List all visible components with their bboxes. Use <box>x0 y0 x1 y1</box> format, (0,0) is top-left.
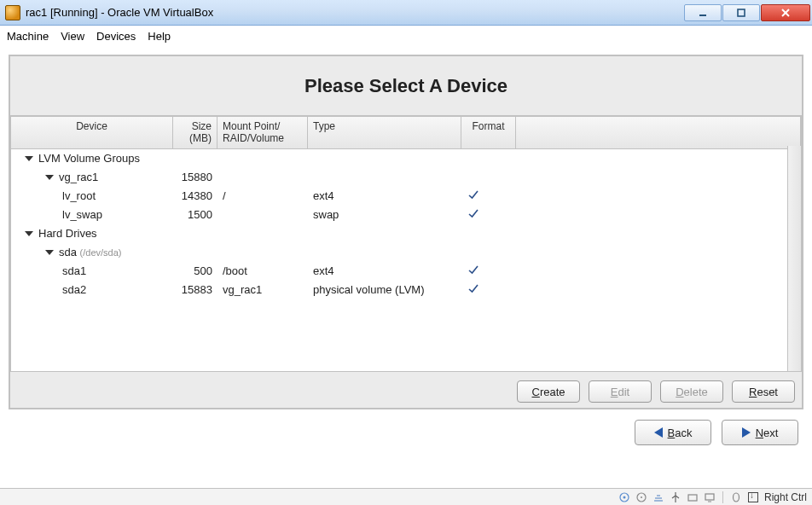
cell-type: ext4 <box>308 189 461 202</box>
device-table: Device Size (MB) Mount Point/ RAID/Volum… <box>10 116 802 403</box>
vertical-scrollbar[interactable] <box>787 146 801 371</box>
hostkey-label: Right Ctrl <box>764 491 807 503</box>
cell-type: ext4 <box>308 264 461 277</box>
col-header-mount[interactable]: Mount Point/ RAID/Volume <box>218 117 308 148</box>
app-icon <box>5 5 20 20</box>
group-row-harddrives[interactable]: Hard Drives <box>11 224 801 243</box>
reset-label: Reset <box>749 386 778 398</box>
maximize-button[interactable] <box>722 4 760 21</box>
device-table-scroll[interactable]: Device Size (MB) Mount Point/ RAID/Volum… <box>10 116 802 372</box>
col-header-type[interactable]: Type <box>308 117 461 148</box>
cell-size: 15883 <box>173 283 218 296</box>
lv-name: lv_swap <box>62 208 102 221</box>
usb-icon[interactable] <box>670 491 682 503</box>
svg-rect-9 <box>705 494 714 500</box>
edit-button[interactable]: Edit <box>589 380 652 403</box>
svg-point-5 <box>623 496 625 498</box>
window-titlebar: rac1 [Running] - Oracle VM VirtualBox <box>0 0 812 26</box>
menu-help[interactable]: Help <box>148 30 171 43</box>
lv-swap-row[interactable]: lv_swap 1500 swap <box>11 206 801 224</box>
wizard-nav: Back Next <box>9 409 803 449</box>
panel-header: Please Select A Device <box>10 56 802 116</box>
lv-root-row[interactable]: lv_root 14380 / ext4 <box>11 187 801 206</box>
chevron-down-icon <box>25 156 33 161</box>
group-label: LVM Volume Groups <box>38 152 140 165</box>
vg-row[interactable]: vg_rac1 15880 <box>11 168 801 187</box>
statusbar-separator <box>722 491 723 503</box>
next-label: Next <box>756 427 779 439</box>
mouse-integration-icon[interactable] <box>730 491 742 503</box>
hostkey-icon <box>747 491 759 503</box>
menubar: Machine View Devices Help <box>0 26 812 46</box>
menu-devices[interactable]: Devices <box>96 30 136 43</box>
table-rows: LVM Volume Groups vg_rac1 15880 lv_root … <box>11 149 801 299</box>
format-check-icon <box>461 188 516 204</box>
group-row-lvm[interactable]: LVM Volume Groups <box>11 149 801 168</box>
vg-size: 15880 <box>173 171 218 183</box>
display-icon[interactable] <box>704 491 716 503</box>
part-name: sda1 <box>62 264 86 277</box>
chevron-down-icon <box>25 231 33 236</box>
table-header: Device Size (MB) Mount Point/ RAID/Volum… <box>11 117 801 149</box>
cell-mount: vg_rac1 <box>218 283 308 296</box>
part-name: sda2 <box>62 283 86 296</box>
chevron-down-icon <box>45 250 54 255</box>
statusbar: Right Ctrl <box>0 488 812 505</box>
arrow-right-icon <box>742 427 751 438</box>
cell-size: 1500 <box>173 208 218 221</box>
client-area: Please Select A Device Device Size (MB) … <box>0 46 812 488</box>
cell-mount: / <box>218 189 308 202</box>
back-button[interactable]: Back <box>635 420 711 445</box>
format-check-icon <box>461 282 516 298</box>
next-button[interactable]: Next <box>722 420 798 445</box>
vg-name: vg_rac1 <box>59 171 98 183</box>
panel-title: Please Select A Device <box>304 75 508 97</box>
chevron-down-icon <box>45 175 54 180</box>
sda2-row[interactable]: sda2 15883 vg_rac1 physical volume (LVM) <box>11 281 801 299</box>
close-button[interactable] <box>761 4 810 21</box>
group-label: Hard Drives <box>38 227 97 240</box>
installer-panel: Please Select A Device Device Size (MB) … <box>9 55 803 409</box>
svg-rect-8 <box>688 495 697 501</box>
cell-size: 14380 <box>173 189 218 202</box>
harddisk-icon[interactable] <box>618 491 630 503</box>
cell-size: 500 <box>173 264 218 277</box>
network-icon[interactable] <box>652 491 664 503</box>
svg-point-7 <box>641 496 642 498</box>
create-label: Create <box>531 386 565 398</box>
sda1-row[interactable]: sda1 500 /boot ext4 <box>11 262 801 281</box>
svg-point-11 <box>733 493 739 502</box>
cell-mount: /boot <box>218 264 308 277</box>
reset-button[interactable]: Reset <box>732 380 795 403</box>
minimize-button[interactable] <box>684 4 722 21</box>
cell-type: swap <box>308 208 461 221</box>
create-button[interactable]: Create <box>517 380 580 403</box>
delete-label: Delete <box>676 386 708 398</box>
disk-name: sda <box>59 246 77 258</box>
menu-machine[interactable]: Machine <box>7 30 49 43</box>
menu-view[interactable]: View <box>61 30 84 43</box>
col-header-device[interactable]: Device <box>11 117 173 148</box>
format-check-icon <box>461 263 516 279</box>
col-header-format[interactable]: Format <box>461 117 516 148</box>
back-label: Back <box>668 427 693 439</box>
optical-icon[interactable] <box>635 491 647 503</box>
arrow-left-icon <box>654 427 663 438</box>
svg-rect-1 <box>738 9 745 16</box>
window-title: rac1 [Running] - Oracle VM VirtualBox <box>26 6 683 19</box>
edit-label: Edit <box>611 386 629 398</box>
col-header-spacer <box>516 117 801 148</box>
disk-path: (/dev/sda) <box>80 247 122 258</box>
lv-name: lv_root <box>62 189 96 202</box>
col-header-size[interactable]: Size (MB) <box>173 117 218 148</box>
shared-folder-icon[interactable] <box>687 491 699 503</box>
delete-button[interactable]: Delete <box>660 380 723 403</box>
cell-type: physical volume (LVM) <box>308 283 461 296</box>
format-check-icon <box>461 206 516 223</box>
sda-row[interactable]: sda (/dev/sda) <box>11 243 801 262</box>
device-actions: Create Edit Delete Reset <box>10 377 802 403</box>
